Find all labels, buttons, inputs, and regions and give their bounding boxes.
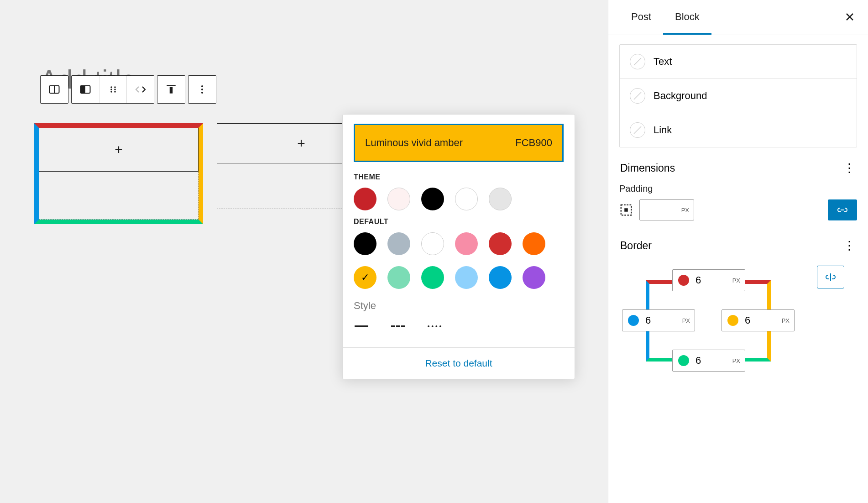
- link-sides-button[interactable]: [828, 199, 857, 220]
- plus-icon: +: [297, 136, 305, 151]
- move-buttons[interactable]: [126, 76, 154, 103]
- color-swatch[interactable]: [489, 266, 512, 289]
- column-appender[interactable]: +: [39, 128, 199, 172]
- unlink-icon: [825, 272, 837, 282]
- unlink-sides-button[interactable]: [817, 266, 844, 288]
- border-top-input[interactable]: 6 PX: [672, 269, 745, 291]
- color-swatch[interactable]: [354, 232, 376, 255]
- color-swatch[interactable]: [523, 266, 545, 289]
- border-unit: PX: [732, 277, 745, 284]
- style-dotted-button[interactable]: [428, 322, 446, 331]
- svg-point-4: [110, 86, 112, 88]
- border-more-button[interactable]: ⋮: [843, 239, 856, 253]
- color-swatch[interactable]: [387, 188, 410, 210]
- svg-rect-21: [624, 208, 628, 212]
- color-swatch[interactable]: [489, 232, 512, 255]
- svg-point-6: [110, 89, 112, 90]
- border-bottom-input[interactable]: 6 PX: [672, 350, 745, 372]
- svg-point-9: [114, 91, 116, 93]
- settings-sidebar: Post Block Text Background Link: [608, 0, 868, 503]
- svg-point-12: [201, 85, 203, 87]
- svg-line-19: [634, 126, 641, 134]
- svg-point-14: [201, 92, 203, 94]
- theme-palette-label: THEME: [354, 173, 564, 181]
- column-select-button[interactable]: [72, 76, 99, 103]
- none-icon: [630, 88, 645, 104]
- column-placeholder-extension: [39, 172, 199, 220]
- color-swatch[interactable]: [421, 188, 444, 210]
- color-swatch[interactable]: [354, 266, 376, 289]
- color-swatch[interactable]: [387, 232, 410, 255]
- style-dashed-button[interactable]: [391, 322, 409, 331]
- block-type-columns-button[interactable]: [41, 76, 68, 103]
- color-swatch[interactable]: [354, 188, 376, 210]
- border-unit: PX: [732, 357, 745, 364]
- color-swatch[interactable]: [455, 266, 478, 289]
- color-swatch[interactable]: [455, 232, 478, 255]
- color-swatch[interactable]: [489, 188, 512, 210]
- theme-swatches: [354, 188, 564, 210]
- color-swatch[interactable]: [455, 188, 478, 210]
- editor-canvas[interactable]: Add title: [0, 0, 608, 503]
- selected-color-hex: FCB900: [515, 137, 552, 149]
- drag-icon: [109, 85, 118, 94]
- tab-post[interactable]: Post: [619, 0, 663, 35]
- selected-color-preview[interactable]: Luminous vivid amber FCB900: [354, 124, 564, 162]
- more-options-button[interactable]: [188, 76, 216, 103]
- close-icon: [844, 11, 855, 22]
- sidebar-tabs: Post Block: [608, 0, 868, 35]
- border-right-value: 6: [744, 314, 782, 326]
- text-color-row[interactable]: Text: [620, 45, 857, 79]
- close-sidebar-button[interactable]: [844, 11, 855, 26]
- border-section-title: Border: [620, 240, 652, 252]
- color-swatch[interactable]: [421, 266, 444, 289]
- block-toolbar: [40, 75, 216, 104]
- border-left-color-dot[interactable]: [628, 315, 639, 326]
- style-solid-button[interactable]: [355, 322, 373, 331]
- border-right-input[interactable]: 6 PX: [722, 309, 795, 331]
- svg-point-8: [110, 91, 112, 93]
- border-left-value: 6: [644, 314, 682, 326]
- padding-input[interactable]: PX: [639, 199, 694, 220]
- border-diagram: 6 PX 6 PX 6 PX 6: [622, 266, 777, 375]
- svg-point-7: [114, 89, 116, 90]
- color-picker-popover: Luminous vivid amber FCB900 THEME DEFAUL…: [342, 114, 575, 379]
- border-unit: PX: [682, 317, 695, 324]
- color-swatch[interactable]: [523, 232, 545, 255]
- column-icon: [79, 83, 92, 96]
- border-top-color-dot[interactable]: [678, 275, 689, 286]
- align-top-icon: [165, 84, 177, 95]
- column-block-selected[interactable]: +: [34, 123, 203, 224]
- color-swatch[interactable]: [421, 232, 444, 255]
- reset-to-default-button[interactable]: Reset to default: [425, 358, 492, 368]
- svg-point-5: [114, 86, 116, 88]
- background-color-row[interactable]: Background: [620, 79, 857, 113]
- background-color-label: Background: [654, 90, 707, 102]
- border-top-value: 6: [695, 274, 732, 286]
- border-left-input[interactable]: 6 PX: [622, 309, 695, 331]
- border-bottom-value: 6: [695, 355, 732, 367]
- align-button[interactable]: [157, 76, 185, 103]
- border-right-color-dot[interactable]: [727, 315, 738, 326]
- dimensions-more-button[interactable]: ⋮: [843, 161, 856, 175]
- dotted-line-icon: [428, 325, 441, 327]
- svg-point-13: [201, 89, 203, 90]
- default-palette-label: DEFAULT: [354, 218, 564, 226]
- dashed-line-icon: [391, 325, 405, 327]
- link-color-row[interactable]: Link: [620, 113, 857, 147]
- tab-block[interactable]: Block: [663, 0, 711, 35]
- color-swatch[interactable]: [387, 266, 410, 289]
- columns-block: + +: [34, 123, 386, 224]
- border-bottom-color-dot[interactable]: [678, 355, 689, 366]
- padding-label: Padding: [619, 183, 857, 194]
- columns-icon: [48, 83, 61, 96]
- padding-unit: PX: [681, 207, 689, 214]
- plus-icon: +: [115, 142, 123, 157]
- drag-handle-button[interactable]: [99, 76, 126, 103]
- link-color-label: Link: [654, 124, 672, 136]
- svg-line-18: [634, 92, 641, 100]
- svg-rect-11: [170, 87, 173, 94]
- padding-icon: [619, 203, 633, 217]
- selected-color-name: Luminous vivid amber: [365, 137, 463, 149]
- chevrons-icon: [134, 84, 147, 94]
